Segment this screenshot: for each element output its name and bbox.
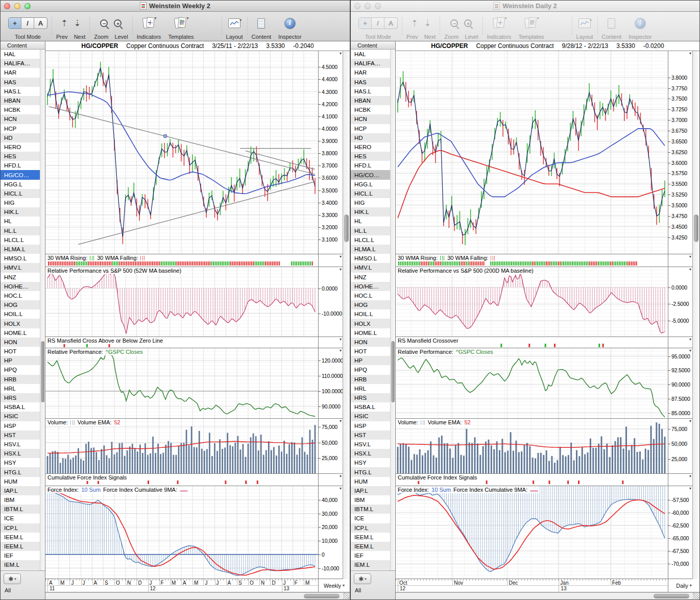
layout-button[interactable]: Layout bbox=[576, 34, 593, 40]
sidebar-item[interactable]: HIG bbox=[1, 198, 45, 207]
periodicity-dropdown[interactable]: Daily ▾ bbox=[668, 579, 699, 592]
inspector-button[interactable]: Inspector bbox=[629, 34, 651, 40]
sidebar-item[interactable]: IAP.L bbox=[1, 486, 45, 495]
sidebar-item[interactable]: HSBA.L bbox=[351, 402, 395, 412]
sidebar-item[interactable]: HOC.L bbox=[351, 291, 395, 300]
vertical-scroll-thumb[interactable] bbox=[694, 214, 698, 242]
pane-disclosure-icon[interactable]: ▾ bbox=[689, 51, 691, 56]
sidebar-item[interactable]: HLMA.L bbox=[1, 245, 45, 254]
sidebar-item[interactable]: HSP bbox=[351, 421, 395, 430]
sidebar-item[interactable]: HCN bbox=[351, 114, 395, 124]
prev-button[interactable]: Prev bbox=[406, 34, 418, 40]
sidebar-item[interactable]: HSIC bbox=[1, 412, 45, 421]
sidebar-item[interactable]: HBAN bbox=[351, 96, 395, 105]
sidebar-item[interactable]: HAS.L bbox=[351, 87, 395, 96]
sidebar-item[interactable]: HOME.L bbox=[351, 328, 395, 338]
sidebar-item[interactable]: HPQ bbox=[1, 365, 45, 374]
resize-grip[interactable] bbox=[343, 593, 349, 599]
sidebar-scrollbar[interactable] bbox=[390, 50, 395, 570]
sidebar-item[interactable]: HMSO.L bbox=[1, 254, 45, 263]
sidebar-item[interactable]: HMV.L bbox=[1, 263, 45, 272]
sidebar-item[interactable]: HSP bbox=[1, 421, 45, 430]
pane-disclosure-icon[interactable]: ▾ bbox=[689, 337, 691, 342]
horizontal-scroll-thumb[interactable] bbox=[654, 594, 689, 598]
sidebar-item[interactable]: HAL bbox=[351, 50, 395, 59]
sidebar-item[interactable]: HES bbox=[1, 152, 45, 161]
sidebar-item[interactable]: HFD.L bbox=[351, 161, 395, 170]
sidebar-item[interactable]: IBTM.L bbox=[351, 505, 395, 514]
zoom-button[interactable]: Zoom bbox=[444, 34, 458, 40]
sidebar-item[interactable]: HSY bbox=[351, 458, 395, 467]
sidebar-item[interactable]: IEF bbox=[1, 551, 45, 560]
sidebar-item[interactable]: HIG bbox=[351, 198, 395, 207]
sidebar-item[interactable]: IEEM.L bbox=[1, 542, 45, 551]
sidebar-item[interactable]: HOT bbox=[351, 347, 395, 356]
sidebar-item[interactable]: HCBK bbox=[1, 105, 45, 114]
sidebar-item[interactable]: ICP.L bbox=[1, 523, 45, 533]
text-tool-button[interactable]: A bbox=[384, 18, 397, 29]
sidebar-scroll-thumb[interactable] bbox=[391, 341, 395, 402]
sidebar-item[interactable]: HIK.L bbox=[1, 207, 45, 217]
pane-disclosure-icon[interactable]: ▾ bbox=[340, 348, 342, 353]
sidebar-item[interactable]: HOIL.L bbox=[1, 309, 45, 319]
sidebar-item[interactable]: HFD.L bbox=[1, 161, 45, 170]
sidebar-item[interactable]: IEM.L bbox=[351, 560, 395, 569]
pane-disclosure-icon[interactable]: ▾ bbox=[689, 254, 691, 259]
sidebar-item[interactable]: IBM bbox=[351, 495, 395, 505]
sidebar-item[interactable]: HRB bbox=[351, 375, 395, 384]
sidebar-item[interactable]: HOME.L bbox=[1, 328, 45, 338]
layout-icon[interactable]: ▾ bbox=[228, 18, 240, 28]
indicators-icon[interactable]: ▾ bbox=[493, 17, 505, 30]
pane-disclosure-icon[interactable]: ▾ bbox=[689, 474, 691, 479]
sidebar-item[interactable]: HRS bbox=[351, 393, 395, 402]
trendline-handle[interactable] bbox=[163, 134, 167, 138]
sidebar-item[interactable]: HP bbox=[1, 356, 45, 365]
sidebar-item[interactable]: HL.L bbox=[351, 226, 395, 235]
sidebar-item[interactable]: IBTM.L bbox=[1, 505, 45, 514]
vertical-scroll-thumb[interactable] bbox=[344, 214, 349, 242]
sidebar-item[interactable]: HICL.L bbox=[1, 189, 45, 198]
sidebar-item[interactable]: HD bbox=[1, 133, 45, 142]
indicators-button[interactable]: Indicators bbox=[487, 34, 512, 40]
sidebar-item[interactable]: HOLX bbox=[351, 319, 395, 328]
sidebar-item[interactable]: HUM bbox=[351, 477, 395, 486]
pane-disclosure-icon[interactable]: ▾ bbox=[340, 337, 342, 342]
inspector-button[interactable]: Inspector bbox=[278, 34, 301, 40]
sidebar-item[interactable]: IEF bbox=[351, 551, 395, 560]
content-button[interactable]: Content bbox=[602, 34, 622, 40]
vertical-scrollbar[interactable] bbox=[343, 51, 350, 579]
sidebar-item[interactable]: HMSO.L bbox=[351, 254, 395, 263]
zoom-in-icon[interactable]: + bbox=[464, 19, 472, 27]
sidebar-item[interactable]: HTG.L bbox=[1, 467, 45, 476]
pane-disclosure-icon[interactable]: ▾ bbox=[340, 474, 342, 479]
sidebar-item[interactable]: IEMB.L bbox=[351, 570, 395, 571]
sidebar-item[interactable]: IEEM.L bbox=[1, 533, 45, 542]
sidebar-item[interactable]: HBAN bbox=[1, 96, 45, 105]
level-button[interactable]: Level bbox=[465, 34, 478, 40]
next-icon[interactable]: ⇣ bbox=[74, 19, 81, 28]
inspector-icon[interactable] bbox=[635, 18, 646, 29]
sidebar-item[interactable]: HSV.L bbox=[351, 440, 395, 449]
sidebar-item[interactable]: HOLX bbox=[1, 319, 45, 328]
sidebar-item[interactable]: HAR bbox=[1, 68, 45, 77]
sidebar-item[interactable]: HAS bbox=[351, 78, 395, 87]
periodicity-dropdown[interactable]: Weekly ▾ bbox=[318, 579, 350, 592]
prev-button[interactable]: Prev bbox=[56, 34, 68, 40]
sidebar-item[interactable]: HALIFA… bbox=[1, 59, 45, 68]
minimize-icon[interactable] bbox=[14, 3, 20, 9]
pane-disclosure-icon[interactable]: ▾ bbox=[340, 267, 342, 272]
sidebar-item[interactable]: IEEM.L bbox=[351, 533, 395, 542]
sidebar-item[interactable]: HNZ bbox=[1, 273, 45, 282]
sidebar-item[interactable]: HAS bbox=[1, 78, 45, 87]
sidebar-item[interactable]: HST bbox=[351, 430, 395, 440]
level-button[interactable]: Level bbox=[114, 34, 128, 40]
sidebar-item[interactable]: ICP.L bbox=[351, 523, 395, 533]
sidebar-item[interactable]: HLCL.L bbox=[1, 235, 45, 245]
inspector-icon[interactable] bbox=[284, 18, 296, 29]
content-button[interactable]: Content bbox=[252, 34, 272, 40]
vertical-scrollbar[interactable] bbox=[692, 51, 699, 579]
sidebar-item[interactable]: HL.L bbox=[1, 226, 45, 235]
content-icon[interactable] bbox=[257, 18, 265, 29]
horizontal-scroll-thumb[interactable] bbox=[304, 594, 340, 598]
sidebar-item[interactable]: HERO bbox=[351, 142, 395, 152]
